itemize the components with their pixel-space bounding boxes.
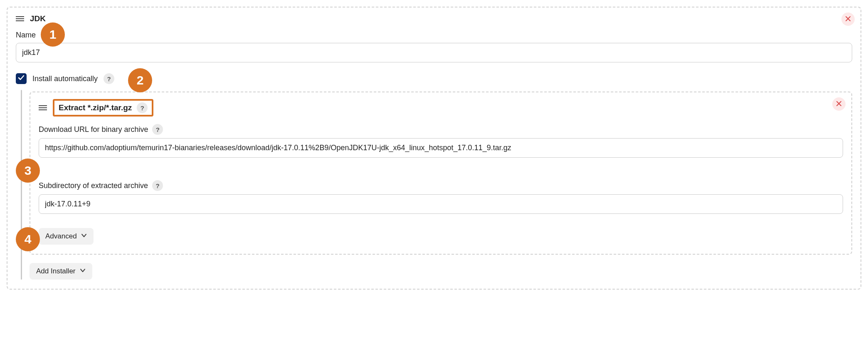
panel-title: JDK: [30, 14, 46, 23]
installer-title: Extract *.zip/*.tar.gz: [59, 103, 132, 112]
subdir-input[interactable]: [39, 194, 843, 214]
close-icon: [845, 15, 851, 24]
add-installer-button[interactable]: Add Installer: [30, 263, 92, 280]
close-panel-button[interactable]: [841, 12, 855, 26]
subdir-label: Subdirectory of extracted archive: [39, 181, 148, 190]
subdir-row: Subdirectory of extracted archive ?: [39, 180, 843, 214]
drag-handle-icon[interactable]: [39, 105, 47, 110]
advanced-button[interactable]: Advanced: [39, 228, 94, 245]
installer-header: Extract *.zip/*.tar.gz ?: [39, 99, 843, 117]
download-url-label: Download URL for binary archive: [39, 125, 148, 134]
name-input[interactable]: [16, 43, 852, 62]
installer-panel: Extract *.zip/*.tar.gz ? Download URL fo…: [30, 92, 852, 255]
install-auto-row: Install automatically ? 2: [16, 73, 852, 84]
drag-handle-icon[interactable]: [16, 16, 24, 21]
download-url-input[interactable]: [39, 138, 843, 158]
annotation-marker-2: 2: [128, 68, 152, 92]
download-url-label-row: Download URL for binary archive ?: [39, 124, 843, 135]
name-label: Name: [16, 31, 852, 40]
panel-header: JDK: [16, 14, 852, 23]
install-auto-label: Install automatically: [32, 74, 98, 83]
chevron-down-icon: [80, 267, 86, 275]
subdir-label-row: Subdirectory of extracted archive ?: [39, 180, 843, 191]
help-subdir[interactable]: ?: [152, 180, 163, 191]
installers-block: Extract *.zip/*.tar.gz ? Download URL fo…: [16, 90, 852, 280]
chevron-down-icon: [81, 232, 87, 240]
installer-title-highlight: Extract *.zip/*.tar.gz ?: [53, 99, 153, 117]
jdk-panel: JDK Name 1 Install automatically ? 2: [7, 7, 861, 290]
help-install-auto[interactable]: ?: [104, 73, 114, 84]
checkmark-icon: [18, 74, 25, 83]
close-icon: [836, 100, 842, 109]
close-installer-button[interactable]: [832, 97, 846, 111]
help-installer-title[interactable]: ?: [137, 102, 148, 113]
help-download-url[interactable]: ?: [152, 124, 163, 135]
name-field-row: Name 1: [16, 31, 852, 62]
indent-rail: [21, 90, 22, 280]
add-installer-label: Add Installer: [36, 267, 76, 275]
download-url-row: Download URL for binary archive ?: [39, 124, 843, 158]
advanced-button-label: Advanced: [45, 232, 77, 240]
install-auto-checkbox[interactable]: [16, 73, 27, 84]
